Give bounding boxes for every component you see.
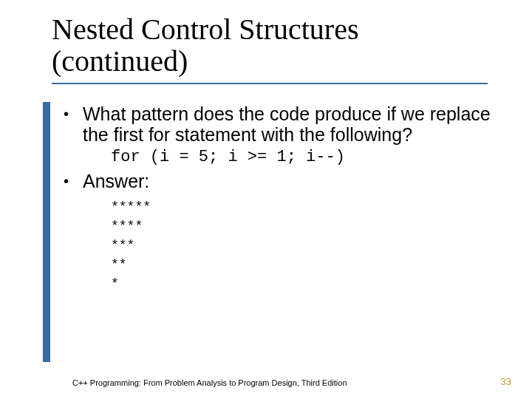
- bullet-marker: •: [64, 171, 83, 191]
- code-output: ***** **** *** ** *: [111, 197, 492, 293]
- bullet-item: • What pattern does the code produce if …: [64, 103, 492, 145]
- output-line: ****: [111, 216, 492, 236]
- bullet-text: What pattern does the code produce if we…: [83, 103, 492, 145]
- output-line: ***: [111, 236, 492, 255]
- output-line: **: [111, 255, 492, 274]
- accent-bar: [43, 102, 50, 362]
- title-container: Nested Control Structures (continued): [52, 13, 488, 84]
- footer-text: C++ Programming: From Problem Analysis t…: [72, 378, 347, 387]
- code-snippet: for (i = 5; i >= 1; i--): [111, 148, 492, 166]
- page-number: 33: [501, 376, 511, 387]
- slide-title: Nested Control Structures (continued): [52, 13, 488, 84]
- output-line: *****: [111, 197, 492, 216]
- output-line: *: [111, 274, 492, 293]
- bullet-item: • Answer:: [64, 171, 492, 191]
- bullet-text: Answer:: [83, 171, 149, 191]
- content-area: • What pattern does the code produce if …: [64, 103, 492, 293]
- bullet-marker: •: [64, 103, 83, 124]
